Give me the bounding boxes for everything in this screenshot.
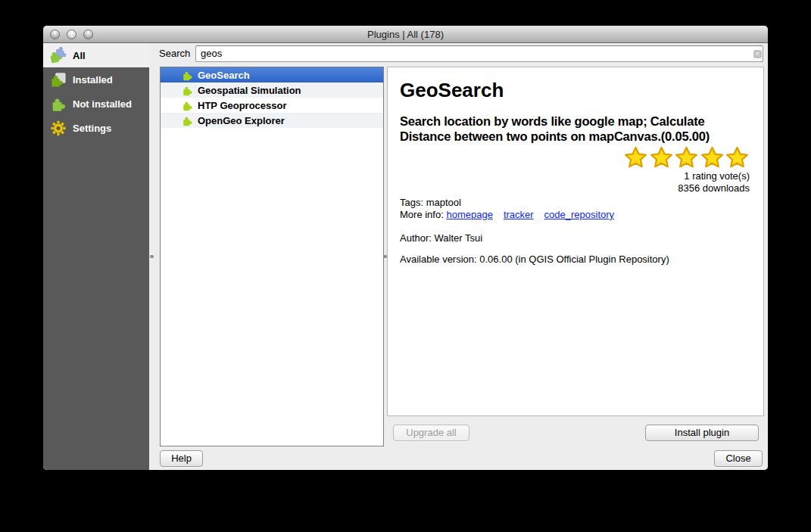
author-line: Author: Walter Tsui	[400, 232, 750, 244]
upgrade-all-button[interactable]: Upgrade all	[393, 425, 469, 441]
puzzle-icon	[182, 70, 193, 81]
splitter-handle[interactable]	[150, 255, 154, 258]
star-icon	[700, 145, 725, 170]
puzzle-pieces-icon	[50, 47, 67, 64]
clear-search-icon[interactable]: ×	[753, 50, 762, 58]
sidebar-item-label: Not installed	[73, 98, 132, 110]
splitter-handle[interactable]	[383, 255, 387, 258]
tracker-link[interactable]: tracker	[504, 209, 534, 220]
homepage-link[interactable]: homepage	[446, 209, 492, 220]
plugin-details-panel: GeoSearch Search location by words like …	[387, 67, 764, 416]
puzzle-icon	[182, 85, 193, 96]
star-icon	[623, 145, 648, 170]
sidebar-item-label: Installed	[73, 74, 113, 86]
plugin-title: GeoSearch	[400, 79, 750, 101]
help-button[interactable]: Help	[160, 450, 203, 467]
plugins-dialog: Plugins | All (178) All Installed Not in…	[43, 26, 768, 470]
install-plugin-button[interactable]: Install plugin	[645, 425, 759, 441]
sidebar-item-all[interactable]: All	[43, 43, 149, 67]
tags-line: Tags: maptool	[400, 197, 750, 209]
plugin-row-geospatial-simulation[interactable]: Geospatial Simulation	[161, 82, 383, 98]
rating-votes: 1 rating vote(s)	[400, 170, 750, 182]
tag-maptool: maptool	[426, 197, 461, 208]
more-info-line: More info: homepagetrackercode_repositor…	[400, 209, 750, 221]
search-label: Search	[159, 45, 194, 62]
titlebar[interactable]: Plugins | All (178)	[43, 26, 768, 43]
plugin-row-opengeo-explorer[interactable]: OpenGeo Explorer	[161, 113, 383, 128]
sidebar-item-installed[interactable]: Installed	[43, 67, 149, 92]
search-input[interactable]: geos	[195, 45, 763, 62]
downloads-count: 8356 downloads	[400, 182, 750, 194]
sidebar-item-settings[interactable]: Settings	[43, 116, 149, 140]
puzzle-icon	[182, 100, 193, 111]
puzzle-icon	[50, 95, 67, 112]
puzzle-icon	[182, 115, 193, 126]
star-icon	[725, 145, 750, 170]
rating-stars	[400, 145, 750, 170]
plugin-row-geosearch[interactable]: GeoSearch	[161, 67, 383, 82]
sidebar: All Installed Not installed	[43, 43, 149, 470]
gear-icon	[50, 120, 67, 136]
window-title: Plugins | All (178)	[43, 26, 768, 43]
code-repository-link[interactable]: code_repository	[544, 209, 615, 220]
star-icon	[649, 145, 674, 170]
close-button[interactable]: Close	[714, 450, 763, 467]
sidebar-item-not-installed[interactable]: Not installed	[43, 92, 149, 116]
star-icon	[674, 145, 699, 170]
sidebar-item-label: Settings	[73, 123, 111, 134]
sidebar-item-label: All	[73, 50, 86, 61]
plugin-list: GeoSearch Geospatial Simulation HTP Geop…	[160, 67, 384, 446]
version-line: Available version: 0.06.00 (in QGIS Offi…	[400, 254, 750, 265]
plugin-row-htp-geoprocessor[interactable]: HTP Geoprocessor	[161, 98, 383, 113]
plugin-summary: Search location by words like google map…	[400, 114, 745, 144]
puzzle-installed-icon	[50, 71, 67, 88]
